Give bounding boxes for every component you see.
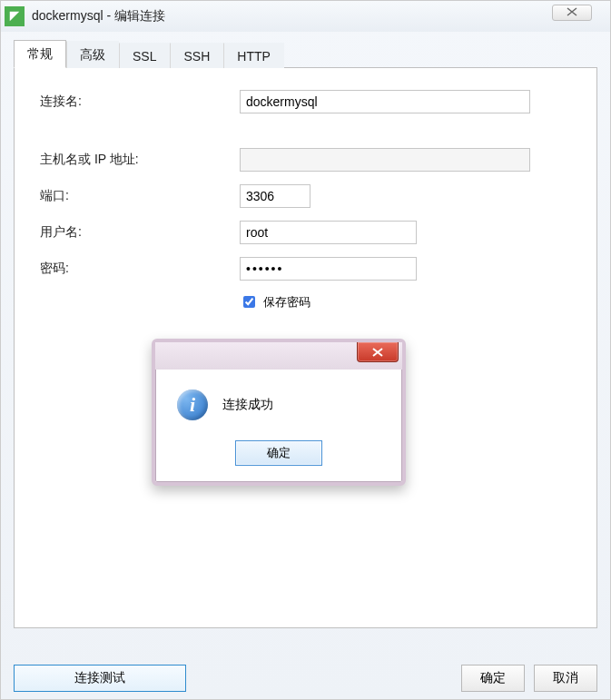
connection-name-input[interactable] <box>240 90 530 113</box>
dialog-close-button[interactable] <box>357 342 399 362</box>
test-connection-button[interactable]: 连接测试 <box>14 665 186 692</box>
ok-button[interactable]: 确定 <box>461 665 525 692</box>
connection-name-label: 连接名: <box>40 94 240 110</box>
window-title: dockermysql - 编辑连接 <box>32 8 165 25</box>
password-label: 密码: <box>40 261 240 277</box>
app-icon <box>5 6 25 26</box>
username-input[interactable] <box>240 221 417 244</box>
dialog-ok-button[interactable]: 确定 <box>235 440 322 466</box>
host-input[interactable] <box>240 148 530 172</box>
tab-ssl[interactable]: SSL <box>119 43 170 68</box>
save-password-label: 保存密码 <box>263 294 310 311</box>
client-area: 常规 高级 SSL SSH HTTP 连接名: 主机名或 IP 地址: 端口: … <box>1 32 610 637</box>
port-input[interactable] <box>240 184 310 208</box>
host-label: 主机名或 IP 地址: <box>40 152 240 168</box>
dialog-message: 连接成功 <box>222 397 273 413</box>
tab-http[interactable]: HTTP <box>223 43 284 68</box>
window-close-button[interactable] <box>552 5 592 21</box>
password-input[interactable] <box>240 257 417 281</box>
port-label: 端口: <box>40 188 240 204</box>
info-icon: i <box>177 389 208 420</box>
footer-bar: 连接测试 确定 取消 <box>14 665 597 692</box>
tab-general[interactable]: 常规 <box>14 40 66 68</box>
cancel-button[interactable]: 取消 <box>534 665 597 692</box>
username-label: 用户名: <box>40 224 240 241</box>
dialog-body: i 连接成功 <box>155 370 402 433</box>
message-dialog: i 连接成功 确定 <box>152 339 406 486</box>
tab-bar: 常规 高级 SSL SSH HTTP <box>14 41 597 68</box>
save-password-checkbox[interactable] <box>243 296 255 308</box>
dialog-footer: 确定 <box>155 433 402 482</box>
titlebar: dockermysql - 编辑连接 <box>1 1 610 32</box>
dialog-titlebar <box>155 342 402 370</box>
edit-connection-window: dockermysql - 编辑连接 常规 高级 SSL SSH HTTP 连接… <box>0 0 611 700</box>
tab-ssh[interactable]: SSH <box>170 43 223 68</box>
tab-advanced[interactable]: 高级 <box>66 41 119 68</box>
